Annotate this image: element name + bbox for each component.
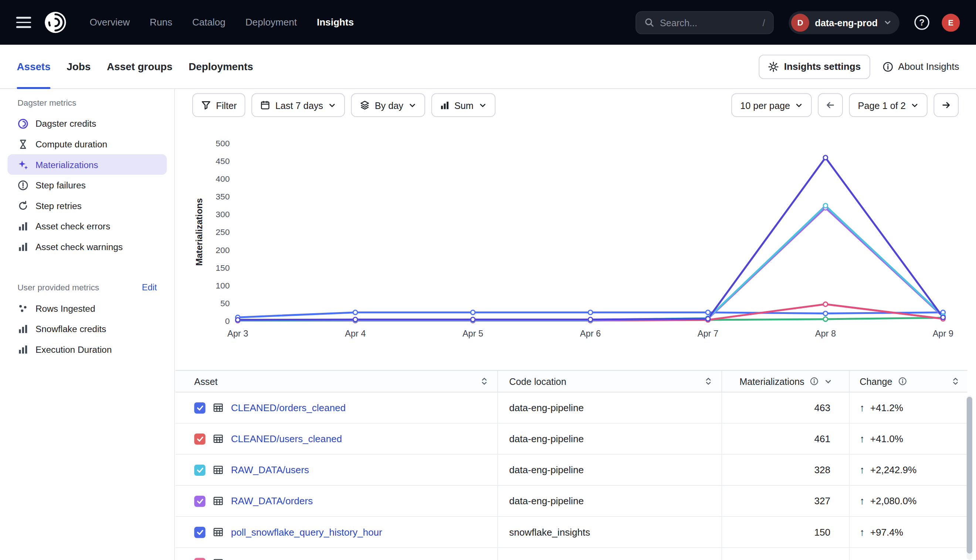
search-icon xyxy=(644,17,654,27)
sort-icon[interactable] xyxy=(480,377,489,386)
chevron-down-icon xyxy=(883,18,892,27)
asset-link[interactable]: RAW_DATA/orders xyxy=(231,495,313,507)
date-range-dropdown[interactable]: Last 7 days xyxy=(252,93,345,117)
svg-text:Materializations: Materializations xyxy=(194,198,204,266)
bar-chart-icon xyxy=(440,100,449,110)
filter-button[interactable]: Filter xyxy=(192,93,246,117)
code-location-cell: data-eng-pipeline xyxy=(497,486,721,517)
dagster-swirl-icon xyxy=(17,118,28,129)
sidebar-item-rows-ingested[interactable]: Rows Ingested xyxy=(7,298,167,318)
table-asset-icon xyxy=(213,402,224,413)
svg-text:300: 300 xyxy=(216,210,230,219)
svg-text:Apr 3: Apr 3 xyxy=(227,329,248,338)
sidebar-item-execution-duration[interactable]: Execution Duration xyxy=(7,339,167,360)
asset-link[interactable]: CLEANED/orders_cleaned xyxy=(231,402,346,413)
gear-icon xyxy=(768,61,779,72)
row-checkbox[interactable] xyxy=(194,495,205,507)
per-page-dropdown[interactable]: 10 per page xyxy=(732,93,812,117)
bar-chart-icon xyxy=(17,220,28,232)
main-panel: Filter Last 7 days By day xyxy=(175,89,976,560)
arrow-up-icon: ↑ xyxy=(859,433,864,444)
search-shortcut: / xyxy=(763,17,765,28)
row-checkbox[interactable] xyxy=(194,402,205,413)
tab-deployments[interactable]: Deployments xyxy=(189,45,253,88)
materializations-cell: 328 xyxy=(721,455,849,485)
insights-settings-button[interactable]: Insights settings xyxy=(759,54,870,79)
nav-link-deployment[interactable]: Deployment xyxy=(246,17,297,28)
arrow-up-icon: ↑ xyxy=(859,402,864,413)
materializations-cell: 463 xyxy=(721,392,849,423)
chevron-down-icon xyxy=(328,101,336,109)
table-header: Asset Code location Materializations xyxy=(175,370,968,393)
sidebar-item-step-failures[interactable]: Step failures xyxy=(7,175,167,195)
sidebar-item-snowflake-credits[interactable]: Snowflake credits xyxy=(7,318,167,339)
next-page-button[interactable] xyxy=(934,93,959,117)
asset-link[interactable]: poll_snowflake_query_history_hour xyxy=(231,527,382,537)
scrollbar-thumb[interactable] xyxy=(967,397,972,553)
edit-metrics-link[interactable]: Edit xyxy=(142,282,157,292)
group-by-dropdown[interactable]: By day xyxy=(351,93,425,117)
svg-text:100: 100 xyxy=(216,281,230,290)
svg-text:400: 400 xyxy=(216,174,230,183)
asset-link[interactable]: CLEANED/users_cleaned xyxy=(231,433,342,444)
code-location-cell: data-eng-pipeline xyxy=(497,392,721,423)
user-avatar[interactable]: E xyxy=(942,13,960,32)
tab-asset-groups[interactable]: Asset groups xyxy=(107,45,173,88)
table-row-partial xyxy=(175,548,968,560)
error-circle-icon xyxy=(17,180,28,191)
svg-text:Apr 7: Apr 7 xyxy=(698,329,718,338)
change-cell: ↑ +97.4% xyxy=(849,517,968,547)
row-checkbox[interactable] xyxy=(194,464,205,475)
content-area: Dagster metrics Dagster credits Compute … xyxy=(0,89,976,560)
tab-assets[interactable]: Assets xyxy=(17,45,50,88)
row-checkbox[interactable] xyxy=(194,557,205,560)
row-checkbox[interactable] xyxy=(194,527,205,537)
assets-table: Asset Code location Materializations xyxy=(175,370,968,560)
sidebar-item-compute-duration[interactable]: Compute duration xyxy=(7,134,167,154)
arrow-left-icon xyxy=(826,100,836,110)
change-cell: ↑ +2,242.9% xyxy=(849,455,968,485)
primary-nav: Overview Runs Catalog Deployment Insight… xyxy=(89,17,354,28)
sidebar-item-asset-check-warnings[interactable]: Asset check warnings xyxy=(7,237,167,257)
code-location-cell: data-eng-pipeline xyxy=(497,424,721,454)
table-row: CLEANED/users_cleaned data-eng-pipeline … xyxy=(175,424,968,455)
svg-text:0: 0 xyxy=(225,316,230,326)
chevron-down-icon[interactable] xyxy=(824,377,832,385)
svg-text:250: 250 xyxy=(216,227,230,237)
change-cell: ↑ +41.0% xyxy=(849,424,968,454)
about-insights-link[interactable]: About Insights xyxy=(882,61,959,72)
org-name: data-eng-prod xyxy=(815,17,877,28)
column-header-change[interactable]: Change xyxy=(849,370,968,392)
prev-page-button[interactable] xyxy=(818,93,843,117)
asset-link[interactable]: RAW_DATA/users xyxy=(231,464,309,475)
svg-text:Apr 5: Apr 5 xyxy=(463,329,483,338)
sidebar-item-step-retries[interactable]: Step retries xyxy=(7,195,167,216)
hamburger-menu-icon[interactable] xyxy=(16,17,31,28)
column-header-asset[interactable]: Asset xyxy=(175,370,497,392)
org-switcher[interactable]: D data-eng-prod xyxy=(789,11,899,33)
arrow-right-icon xyxy=(941,100,951,110)
table-asset-icon xyxy=(213,465,224,475)
sidebar-item-materializations[interactable]: Materializations xyxy=(7,154,167,175)
tab-jobs[interactable]: Jobs xyxy=(67,45,90,88)
row-checkbox[interactable] xyxy=(194,433,205,444)
help-icon[interactable]: ? xyxy=(914,15,929,30)
search-input[interactable]: Search... / xyxy=(635,11,774,33)
nav-link-overview[interactable]: Overview xyxy=(89,17,130,28)
sidebar-item-dagster-credits[interactable]: Dagster credits xyxy=(7,113,167,134)
sort-icon[interactable] xyxy=(704,377,713,386)
aggregation-dropdown[interactable]: Sum xyxy=(431,93,495,117)
nav-link-insights[interactable]: Insights xyxy=(317,17,354,28)
sidebar-item-asset-check-errors[interactable]: Asset check errors xyxy=(7,216,167,237)
svg-text:150: 150 xyxy=(216,263,230,273)
nav-link-runs[interactable]: Runs xyxy=(150,17,172,28)
column-header-code-location[interactable]: Code location xyxy=(497,370,721,392)
dagster-logo-icon[interactable] xyxy=(43,11,67,34)
svg-text:Apr 9: Apr 9 xyxy=(933,329,953,338)
nav-link-catalog[interactable]: Catalog xyxy=(192,17,226,28)
arrow-up-icon: ↑ xyxy=(859,464,864,475)
page-select-dropdown[interactable]: Page 1 of 2 xyxy=(849,93,928,117)
sort-icon[interactable] xyxy=(951,377,960,386)
column-header-materializations[interactable]: Materializations xyxy=(721,370,849,392)
funnel-icon xyxy=(201,100,211,110)
